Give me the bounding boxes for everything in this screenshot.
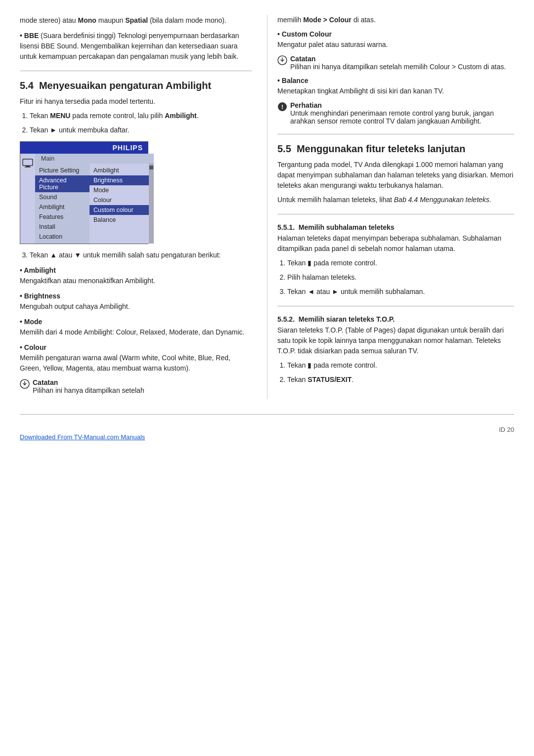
scroll-indicator xyxy=(149,166,153,169)
ambilight-item: Ambilight Mengaktifkan atau menonaktifka… xyxy=(20,265,252,286)
sub1-step-3: Tekan ◄ atau ► untuk memilih subhalaman. xyxy=(287,287,514,297)
tv-menu-scrollbar xyxy=(149,164,154,244)
balance-item: Balance Menetapkan tingkat Ambilight di … xyxy=(277,76,514,96)
catatan-text-1: Catatan Pilihan ini hanya ditampilkan se… xyxy=(33,378,144,394)
step-1: Tekan MENU pada remote control, lalu pil… xyxy=(30,111,252,121)
settings-list: Ambilight Mengaktifkan atau menonaktifka… xyxy=(20,265,252,374)
section-5-4-title: 5.4 Menyesuaikan pengaturan Ambilight xyxy=(20,80,252,91)
custom-colour-item: Custom Colour Mengatur palet atau satura… xyxy=(277,29,514,50)
svg-text:!: ! xyxy=(281,104,283,111)
footer-link[interactable]: Downloaded From TV-Manual.com Manuals xyxy=(20,433,145,441)
page-number: ID 20 xyxy=(499,426,514,433)
step-2: Tekan ► untuk membuka daftar. xyxy=(30,125,252,135)
tv-menu-brand: PHILIPS xyxy=(20,142,148,154)
catatan-box-1: Catatan Pilihan ini hanya ditampilkan se… xyxy=(20,378,252,394)
continued-text: memilih Mode > Colour di atas. xyxy=(277,15,514,25)
bbe-list: BBE (Suara berdefinisi tinggi) Teknologi… xyxy=(20,31,252,62)
tv-menu-right-panel: Ambilight Brightness Mode Colour Custom … xyxy=(89,164,149,244)
tv-menu: PHILIPS Main Picture Setting Adv xyxy=(20,141,148,244)
brightness-item: Brightness Mengubah output cahaya Ambili… xyxy=(20,291,252,312)
sub2-step-1: Tekan ▮ pada remote control. xyxy=(287,360,514,371)
menu-right-ambilight: Ambilight xyxy=(89,166,149,175)
menu-right-mode: Mode xyxy=(89,185,149,195)
menu-advanced-picture: Advanced Picture xyxy=(35,175,89,192)
menu-right-colour: Colour xyxy=(89,195,149,205)
sub-5-5-2-para: Siaran teleteks T.O.P. (Table of Pages) … xyxy=(277,325,514,356)
menu-sound: Sound xyxy=(35,192,89,202)
section-5-5-para1: Tergantung pada model, TV Anda dilengkap… xyxy=(277,160,514,191)
catatan-box-2: Catatan Pilihan ini hanya ditampilkan se… xyxy=(277,55,514,71)
perhatian-box: ! Perhatian Untuk menghindari penerimaan… xyxy=(277,101,514,125)
menu-location: Location xyxy=(35,232,89,242)
divider-3 xyxy=(277,214,514,214)
sub-5-5-2-title: 5.5.2. Memilih siaran teleteks T.O.P. xyxy=(277,315,514,323)
catatan-text-2: Catatan Pilihan ini hanya ditampilkan se… xyxy=(290,55,506,71)
right-column: memilih Mode > Colour di atas. Custom Co… xyxy=(267,15,514,399)
bbe-item: BBE (Suara berdefinisi tinggi) Teknologi… xyxy=(20,31,252,62)
section-5-4-intro: Fitur ini hanya tersedia pada model tert… xyxy=(20,96,252,107)
divider-2 xyxy=(277,134,514,134)
sub2-steps-list: Tekan ▮ pada remote control. Tekan STATU… xyxy=(287,360,514,385)
menu-picture-setting: Picture Setting xyxy=(35,166,89,175)
menu-install: Install xyxy=(35,222,89,232)
svg-rect-0 xyxy=(23,159,33,166)
step-3: Tekan ▲ atau ▼ untuk memilih salah satu … xyxy=(30,250,252,260)
menu-ambilight: Ambilight xyxy=(35,202,89,212)
warning-icon: ! xyxy=(277,102,287,112)
section-5-5-para2: Untuk memilih halaman teleteks, lihat Ba… xyxy=(277,195,514,205)
catatan-icon-2 xyxy=(277,55,287,65)
divider-1 xyxy=(20,71,252,71)
sub1-steps-list: Tekan ▮ pada remote control. Pilih halam… xyxy=(287,258,514,297)
tv-menu-main: Main xyxy=(35,154,154,164)
section-5-5-title: 5.5 Menggunakan fitur teleteks lanjutan xyxy=(277,143,514,155)
sub1-step-1: Tekan ▮ pada remote control. xyxy=(287,258,514,268)
menu-right-brightness: Brightness xyxy=(89,175,149,185)
sub2-step-2: Tekan STATUS/EXIT. xyxy=(287,375,514,385)
menu-features: Features xyxy=(35,212,89,222)
steps-list: Tekan MENU pada remote control, lalu pil… xyxy=(30,111,252,135)
sub-5-5-1-title: 5.5.1. Memilih subhalaman teleteks xyxy=(277,223,514,231)
sub-5-5-1-para: Halaman teleteks dapat menyimpan beberap… xyxy=(277,233,514,254)
intro-paragraph: mode stereo) atau Mono maupun Spatial (b… xyxy=(20,15,252,26)
catatan-icon-1 xyxy=(20,379,30,389)
step3-list: Tekan ▲ atau ▼ untuk memilih salah satu … xyxy=(30,250,252,260)
divider-4 xyxy=(277,306,514,306)
tv-menu-left-panel: Picture Setting Advanced Picture Sound A… xyxy=(35,164,89,244)
perhatian-text: Perhatian Untuk menghindari penerimaan r… xyxy=(290,101,514,125)
custom-colour-list: Custom Colour Mengatur palet atau satura… xyxy=(277,29,514,50)
tv-menu-icon xyxy=(20,154,35,244)
left-column: mode stereo) atau Mono maupun Spatial (b… xyxy=(20,15,267,399)
menu-right-custom-colour: Custom colour xyxy=(89,205,149,215)
sub1-step-2: Pilih halaman teleteks. xyxy=(287,272,514,283)
menu-right-balance: Balance xyxy=(89,215,149,225)
colour-item: Colour Memilih pengaturan warna awal (Wa… xyxy=(20,342,252,374)
balance-list: Balance Menetapkan tingkat Ambilight di … xyxy=(277,76,514,96)
mode-item: Mode Memilih dari 4 mode Ambilight: Colo… xyxy=(20,317,252,337)
